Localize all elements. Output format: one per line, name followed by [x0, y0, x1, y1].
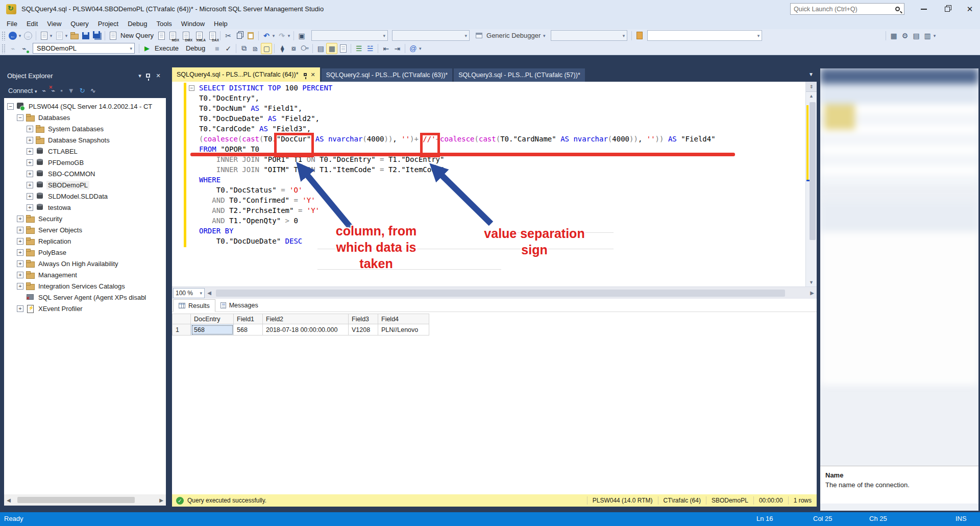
tree-item[interactable]: +Management: [4, 269, 166, 280]
tree-item[interactable]: SQL Server Agent (Agent XPs disabl: [4, 292, 166, 303]
pin-icon[interactable]: [144, 73, 154, 79]
grid-header-Field3[interactable]: Field3: [349, 314, 378, 324]
generic-debugger-dropdown[interactable]: ▾: [542, 33, 547, 38]
selection-frame-icon[interactable]: ▣: [296, 30, 307, 41]
grid-cell[interactable]: 2018-07-18 00:00:00.000: [263, 324, 349, 336]
tab-overflow-dropdown[interactable]: ▼: [808, 71, 814, 77]
menu-item-file[interactable]: File: [2, 19, 22, 29]
tree-expander-plus[interactable]: +: [27, 148, 33, 155]
grid-cell[interactable]: PLN//Lenovo: [378, 324, 429, 336]
tree-expander-plus[interactable]: +: [17, 305, 23, 312]
code-line[interactable]: AND T2."PrchseItem" = 'Y': [172, 205, 805, 216]
restore-button[interactable]: [936, 0, 959, 18]
menu-item-query[interactable]: Query: [66, 19, 93, 29]
new-dax-query-button[interactable]: DAX: [207, 30, 218, 41]
code-line[interactable]: T0."DocStatus" = 'O': [172, 185, 805, 195]
tree-item[interactable]: −PLSW044 (SQL Server 14.0.2002.14 - CT: [4, 101, 166, 112]
scroll-right-icon[interactable]: ▶: [157, 497, 166, 503]
tree-item[interactable]: +CTLABEL: [4, 146, 166, 157]
grid-header-Field4[interactable]: Field4: [378, 314, 429, 324]
new-xmla-query-button[interactable]: XMLA: [193, 30, 205, 41]
cut-button[interactable]: ✂: [223, 30, 234, 41]
grid-header-rownum[interactable]: [173, 314, 191, 324]
tree-expander-minus[interactable]: −: [17, 114, 23, 121]
scroll-down-icon[interactable]: ▼: [806, 278, 817, 286]
panel-menu-icon[interactable]: ▾: [135, 73, 144, 79]
paste-button[interactable]: [245, 30, 256, 41]
undo-button[interactable]: ↶: [261, 30, 272, 41]
toolbar-combo-3[interactable]: ▾: [551, 30, 627, 41]
object-explorer-hscrollbar[interactable]: ◀ ▶: [4, 494, 166, 506]
debug-button[interactable]: Debug: [186, 44, 205, 52]
tools-icon[interactable]: ⚙: [899, 30, 911, 41]
grid-cell[interactable]: 568: [234, 324, 263, 336]
tree-expander-plus[interactable]: +: [17, 227, 23, 233]
code-line[interactable]: INNER JOIN "OITM" T2 ON T1."ItemCode" = …: [172, 164, 805, 175]
redo-button[interactable]: ↷: [276, 30, 287, 41]
uncomment-lines-icon[interactable]: ☱: [364, 43, 376, 54]
tree-expander-plus[interactable]: +: [27, 204, 33, 211]
parse-button[interactable]: ✓: [223, 43, 234, 54]
grid-cell[interactable]: 1: [173, 324, 191, 336]
database-selector[interactable]: SBODemoPL▾: [33, 43, 135, 54]
tree-item[interactable]: +Security: [4, 213, 166, 224]
grid-header-Field1[interactable]: Field1: [234, 314, 263, 324]
results-to-text-icon[interactable]: ▤: [315, 43, 326, 54]
template-file-icon[interactable]: [634, 30, 645, 41]
navigate-back-button[interactable]: ←: [7, 30, 18, 41]
connect-dropdown-button[interactable]: Connect ▾: [8, 87, 37, 94]
close-panel-icon[interactable]: ✕: [154, 73, 163, 79]
sql-code[interactable]: SELECT DISTINCT TOP 100 PERCENTT0."DocEn…: [172, 83, 805, 246]
specify-values-icon[interactable]: @: [407, 43, 419, 54]
stop-button[interactable]: ■: [211, 43, 223, 54]
code-line[interactable]: T0."CardCode" AS "Field3",: [172, 124, 805, 134]
navigate-forward-button[interactable]: →: [22, 30, 34, 41]
new-mdx-query-button[interactable]: MDX: [167, 30, 178, 41]
tree-expander-plus[interactable]: +: [17, 260, 23, 267]
tree-expander-plus[interactable]: +: [27, 159, 33, 166]
tree-expander-plus[interactable]: +: [27, 171, 33, 177]
database-query-icon[interactable]: [156, 30, 167, 41]
hscroll-right-icon[interactable]: ▶: [807, 290, 817, 296]
code-line[interactable]: T0."DocEntry",: [172, 93, 805, 103]
tree-item[interactable]: +Replication: [4, 235, 166, 247]
actual-plan-icon[interactable]: ⧇: [288, 43, 299, 54]
menu-item-debug[interactable]: Debug: [123, 19, 152, 29]
new-query-button[interactable]: New Query: [120, 32, 154, 39]
tree-expander-plus[interactable]: +: [27, 126, 33, 132]
results-to-grid-icon[interactable]: ▦: [326, 43, 337, 54]
results-to-file-icon[interactable]: [337, 43, 349, 54]
template-params-icon[interactable]: ⧫: [277, 43, 288, 54]
query-options-icon[interactable]: 🗈: [250, 43, 261, 54]
panes-icon[interactable]: ▥: [922, 30, 933, 41]
tree-item[interactable]: +XEvent Profiler: [4, 303, 166, 314]
increase-indent-icon[interactable]: ⇥: [391, 43, 403, 54]
grid-header-DocEntry[interactable]: DocEntry: [191, 314, 234, 324]
grid-cell[interactable]: 568: [191, 324, 234, 336]
tree-expander-plus[interactable]: +: [17, 272, 23, 278]
menu-item-help[interactable]: Help: [209, 19, 232, 29]
editor-tab-2[interactable]: SQLQuery2.sql - PLS...PL (CT\rafalc (63)…: [322, 68, 453, 82]
execute-button[interactable]: Execute: [155, 44, 179, 52]
tree-expander-minus[interactable]: −: [7, 103, 14, 110]
toolbar-grip[interactable]: [2, 31, 6, 40]
menu-item-edit[interactable]: Edit: [22, 19, 42, 29]
code-line[interactable]: T0."DocDueDate" AS "Field2",: [172, 113, 805, 124]
save-button[interactable]: [80, 30, 91, 41]
tree-item[interactable]: +PFDemoGB: [4, 157, 166, 168]
toolbar-combo-1[interactable]: ▾: [311, 30, 388, 41]
disconnect-icon[interactable]: ⌁✕: [51, 87, 55, 94]
new-project-button[interactable]: [38, 30, 50, 41]
grid-cell[interactable]: V1208: [349, 324, 378, 336]
editor-vscrollbar[interactable]: ⇕ ▲ ▼: [805, 82, 817, 286]
new-query-icon[interactable]: [107, 30, 118, 41]
tree-item[interactable]: +SBO-COMMON: [4, 168, 166, 179]
tree-item[interactable]: +Always On High Availability: [4, 258, 166, 269]
tree-item[interactable]: +SLDModel.SLDData: [4, 190, 166, 202]
copy-button[interactable]: [234, 30, 245, 41]
hscroll-left-icon[interactable]: ◀: [205, 290, 214, 296]
menu-item-window[interactable]: Window: [177, 19, 209, 29]
results-tab-messages[interactable]: Messages: [215, 299, 263, 312]
toolbar-combo-2[interactable]: ▾: [392, 30, 470, 41]
scroll-thumb[interactable]: [17, 497, 135, 503]
